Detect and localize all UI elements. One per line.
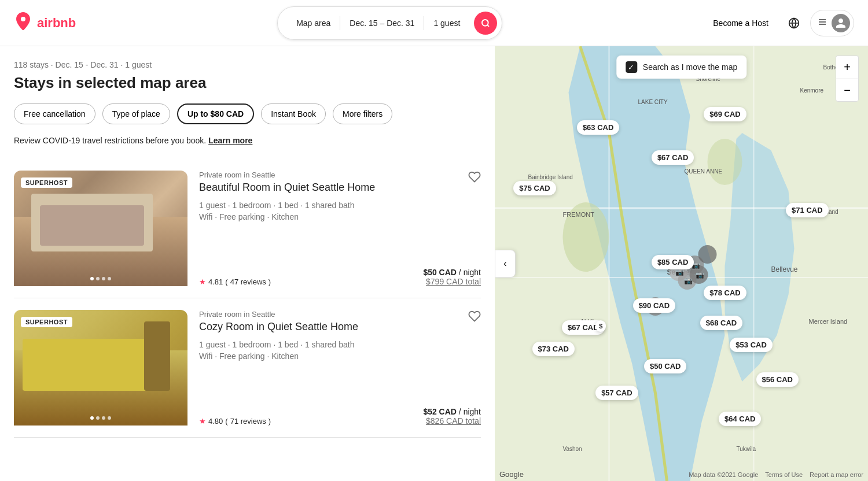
listing-title-2[interactable]: Cozy Room in Quiet Seattle Home [199, 321, 481, 333]
svg-point-11 [708, 139, 742, 185]
listing-rating-1: ★ 4.81 (47 reviews) [199, 278, 271, 286]
price-marker-71[interactable]: $71 CAD [786, 203, 828, 217]
svg-text:QUEEN ANNE: QUEEN ANNE [685, 168, 723, 175]
image-dots-2 [90, 416, 111, 420]
listing-rating-2: ★ 4.80 (71 reviews) [199, 417, 271, 426]
check-icon: ✓ [628, 63, 634, 72]
svg-text:Mercer Island: Mercer Island [809, 318, 848, 325]
listing-details-1: 1 guest · 1 bedroom · 1 bed · 1 shared b… [199, 201, 481, 210]
price-marker-small[interactable]: $ [595, 320, 606, 332]
price-marker-85[interactable]: $85 CAD [652, 255, 694, 269]
wishlist-button-1[interactable] [468, 171, 481, 187]
zoom-in-button[interactable]: + [836, 56, 859, 79]
logo-text: airbnb [37, 16, 76, 31]
airbnb-logo-icon [14, 12, 32, 35]
rating-value-2: 4.80 [208, 417, 223, 426]
listing-details-2: 1 guest · 1 bedroom · 1 bed · 1 shared b… [199, 340, 481, 349]
terms-of-use-link[interactable]: Terms of Use [765, 471, 803, 478]
google-logo: Google [499, 470, 524, 479]
svg-text:Tukwila: Tukwila [737, 446, 756, 452]
price-marker-50[interactable]: $50 CAD [644, 359, 686, 373]
left-panel: 118 stays · Dec. 15 - Dec. 31 · 1 guest … [0, 46, 495, 481]
listing-total-1[interactable]: $799 CAD total [423, 277, 481, 286]
price-marker-78[interactable]: $78 CAD [704, 286, 746, 300]
image-dots-1 [90, 277, 111, 280]
listing-content-1: Private room in Seattle Beautiful Room i… [199, 171, 481, 286]
listing-image-2[interactable] [14, 310, 187, 426]
svg-text:Bainbridge Island: Bainbridge Island [528, 174, 573, 180]
price-marker-69[interactable]: $69 CAD [704, 107, 746, 121]
listing-price-2: $52 CAD / night [423, 407, 481, 416]
superhost-badge-1: SUPERHOST [21, 177, 72, 188]
search-dates[interactable]: Dec. 15 – Dec. 31 [340, 18, 424, 28]
filter-free-cancellation[interactable]: Free cancellation [14, 103, 95, 124]
checkbox: ✓ [626, 61, 637, 73]
price-marker-64[interactable]: $64 CAD [719, 412, 761, 426]
report-error-link[interactable]: Report a map error [810, 471, 863, 478]
star-icon-1: ★ [199, 278, 206, 286]
svg-text:📷: 📷 [684, 276, 693, 285]
search-guests[interactable]: 1 guest [424, 18, 469, 28]
search-button[interactable] [474, 12, 497, 35]
listing-card-1: SUPERHOST Private room in Seattle Beauti… [14, 159, 481, 298]
filter-instant-book[interactable]: Instant Book [261, 103, 326, 124]
price-marker-67a[interactable]: $67 CAD [652, 150, 694, 165]
map-data-text: Map data ©2021 Google [689, 471, 758, 478]
listing-amenities-1: Wifi · Free parking · Kitchen [199, 212, 481, 221]
svg-text:Kenmore: Kenmore [800, 87, 824, 94]
page-title: Stays in selected map area [14, 74, 481, 92]
search-as-move-checkbox[interactable]: ✓ Search as I move the map [616, 56, 746, 79]
listing-total-2[interactable]: $826 CAD total [423, 416, 481, 426]
price-marker-57[interactable]: $57 CAD [595, 386, 638, 400]
user-menu[interactable] [810, 10, 854, 36]
covid-notice: Review COVID-19 travel restrictions befo… [14, 136, 481, 145]
become-host-button[interactable]: Become a Host [704, 14, 778, 32]
star-icon-2: ★ [199, 417, 206, 426]
learn-more-link[interactable]: Learn more [208, 136, 252, 145]
svg-text:📷: 📷 [696, 271, 704, 279]
map-panel: FREMONT Seattle Bellevue ALKI QUEEN ANNE… [495, 46, 868, 481]
header: airbnb Map area Dec. 15 – Dec. 31 1 gues… [0, 0, 868, 46]
search-as-move-label: Search as I move the map [643, 62, 737, 72]
map-attribution: Google Map data ©2021 Google Terms of Us… [495, 468, 868, 481]
zoom-out-button[interactable]: − [836, 79, 859, 102]
search-bar: Map area Dec. 15 – Dec. 31 1 guest [277, 6, 502, 40]
header-right: Become a Host [704, 10, 854, 36]
price-marker-53[interactable]: $53 CAD [730, 338, 772, 352]
svg-text:FREMONT: FREMONT [563, 211, 595, 218]
listing-content-2: Private room in Seattle Cozy Room in Qui… [199, 310, 481, 426]
filter-type-of-place[interactable]: Type of place [102, 103, 170, 124]
search-area[interactable]: Map area [287, 18, 340, 28]
superhost-badge-2: SUPERHOST [21, 317, 72, 327]
filter-more-filters[interactable]: More filters [333, 103, 392, 124]
price-marker-90[interactable]: $90 CAD [633, 298, 675, 313]
listing-image-wrap-1: SUPERHOST [14, 171, 187, 286]
price-marker-56[interactable]: $56 CAD [756, 372, 799, 387]
listing-title-1[interactable]: Beautiful Room in Quiet Seattle Home [199, 182, 481, 194]
avatar [832, 14, 850, 32]
main-layout: 118 stays · Dec. 15 - Dec. 31 · 1 guest … [0, 46, 868, 481]
collapse-panel-button[interactable]: ‹ [495, 250, 516, 278]
filter-price[interactable]: Up to $80 CAD [177, 103, 254, 124]
wishlist-button-2[interactable] [468, 310, 481, 326]
listing-price-1: $50 CAD / night [423, 268, 481, 277]
globe-button[interactable] [782, 12, 806, 35]
price-marker-75[interactable]: $75 CAD [513, 181, 556, 195]
listing-price-wrap-2: $52 CAD / night $826 CAD total [423, 407, 481, 426]
review-count-1: ( [225, 278, 227, 286]
svg-text:LAKE CITY: LAKE CITY [638, 99, 668, 105]
listing-card-2: SUPERHOST Private room in Seattle Cozy R… [14, 298, 481, 438]
result-count: 118 stays · Dec. 15 - Dec. 31 · 1 guest [14, 60, 481, 69]
price-marker-68[interactable]: $68 CAD [700, 316, 742, 330]
filter-bar: Free cancellation Type of place Up to $8… [14, 103, 481, 124]
listing-image-wrap-2: SUPERHOST [14, 310, 187, 426]
listing-type-2: Private room in Seattle [199, 310, 481, 319]
svg-text:Bellevue: Bellevue [771, 265, 798, 273]
listing-image-1[interactable] [14, 171, 187, 286]
map-container[interactable]: FREMONT Seattle Bellevue ALKI QUEEN ANNE… [495, 46, 868, 481]
price-marker-63[interactable]: $63 CAD [577, 120, 619, 135]
hamburger-icon [818, 17, 827, 28]
price-marker-73[interactable]: $73 CAD [532, 342, 575, 356]
logo[interactable]: airbnb [14, 12, 76, 35]
listing-price-wrap-1: $50 CAD / night $799 CAD total [423, 268, 481, 286]
